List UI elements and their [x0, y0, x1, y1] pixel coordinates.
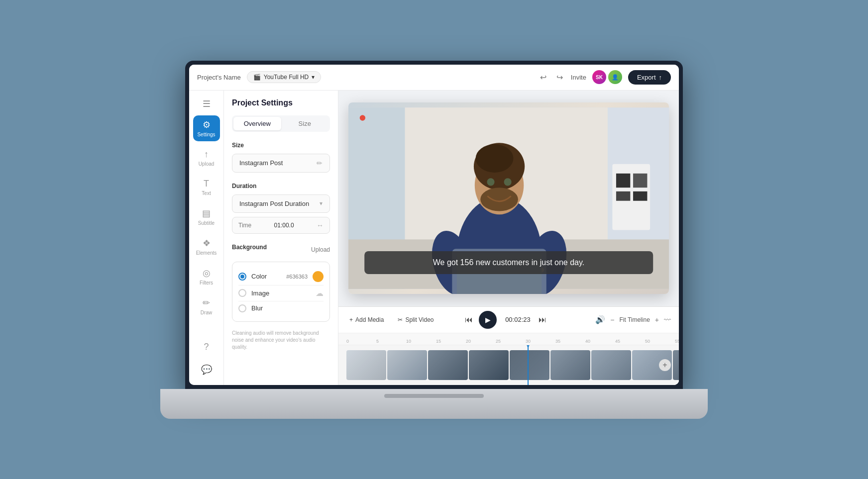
add-media-button[interactable]: + Add Media	[346, 314, 387, 325]
thumbnail-1[interactable]	[346, 350, 386, 380]
sidebar-item-upload[interactable]: ↑ Upload	[193, 145, 220, 171]
color-label: Color	[251, 273, 281, 280]
radio-image[interactable]	[238, 289, 246, 297]
duration-section-label: Duration	[232, 183, 330, 190]
scissors-icon: ✂	[398, 316, 403, 323]
elements-icon: ❖	[203, 238, 211, 249]
upload-icon: ↑	[204, 149, 209, 160]
plus-icon[interactable]: +	[655, 316, 659, 324]
svg-rect-21	[616, 192, 630, 201]
thumbnail-2[interactable]	[387, 350, 427, 380]
main-content: We got 156 new customers in just one day…	[338, 91, 679, 385]
background-section-label: Background	[232, 244, 267, 251]
timeline-area: + Add Media ✂ Split Video ⏮ ▶ 00:02:23	[338, 306, 679, 385]
timeline-right: 🔊 − Fit Timeline + 〰	[595, 315, 671, 324]
thumbnail-9[interactable]	[673, 350, 679, 380]
duration-dropdown[interactable]: Instagram Post Duration ▾	[232, 194, 330, 213]
settings-panel: Project Settings Overview Size Size Inst…	[224, 91, 338, 385]
laptop-base	[160, 389, 708, 419]
avatar-initials: SK	[592, 70, 606, 84]
thumbnail-4[interactable]	[469, 350, 509, 380]
ruler-mark-35: 35	[555, 339, 560, 344]
edit-size-icon[interactable]: ✏	[317, 159, 323, 167]
size-value: Instagram Post	[239, 159, 283, 167]
sidebar-label-subtitle: Subtitle	[198, 220, 215, 226]
tab-size[interactable]: Size	[281, 117, 329, 130]
format-badge[interactable]: 🎬 YouTube Full HD ▾	[247, 71, 322, 83]
sidebar-item-text[interactable]: T Text	[193, 175, 220, 200]
blur-label: Blur	[251, 304, 324, 312]
svg-rect-20	[633, 174, 647, 188]
size-section-label: Size	[232, 142, 330, 149]
sidebar-item-draw[interactable]: ✏ Draw	[193, 293, 220, 319]
caption-bar: We got 156 new customers in just one day…	[364, 251, 653, 274]
canvas-area: We got 156 new customers in just one day…	[338, 91, 679, 306]
filters-icon: ◎	[203, 268, 211, 279]
add-media-label: Add Media	[355, 316, 384, 323]
split-video-button[interactable]: ✂ Split Video	[395, 314, 436, 325]
background-header: Background Upload	[232, 244, 330, 256]
sidebar-item-chat[interactable]: 💬	[193, 360, 220, 379]
time-row[interactable]: Time 01:00.0 ↔	[232, 217, 330, 234]
add-icon: +	[349, 316, 353, 323]
sidebar-label-elements: Elements	[196, 250, 217, 256]
panel-title: Project Settings	[232, 98, 330, 107]
export-label: Export	[637, 74, 656, 81]
upload-link[interactable]: Upload	[311, 246, 330, 253]
text-icon: T	[204, 179, 209, 189]
sidebar-item-subtitle[interactable]: ▤ Subtitle	[193, 204, 220, 230]
svg-point-12	[504, 178, 512, 186]
format-dropdown-icon: ▾	[312, 74, 315, 81]
thumbnail-5[interactable]	[510, 350, 549, 380]
bg-option-color[interactable]: Color #636363	[238, 268, 324, 285]
invite-button[interactable]: Invite	[571, 74, 586, 81]
radio-blur[interactable]	[238, 304, 246, 312]
thumbnail-3[interactable]	[428, 350, 468, 380]
project-name: Project's Name	[197, 74, 241, 81]
hamburger-icon[interactable]: ☰	[201, 96, 213, 111]
sidebar-item-elements[interactable]: ❖ Elements	[193, 234, 220, 260]
skip-forward-button[interactable]: ⏭	[539, 315, 546, 324]
svg-rect-19	[616, 174, 630, 188]
sidebar-bottom: ? 💬	[193, 338, 220, 379]
thumbnail-7[interactable]	[591, 350, 631, 380]
undo-button[interactable]: ↩	[538, 71, 548, 84]
thumbnail-6[interactable]	[550, 350, 590, 380]
sidebar-label-text: Text	[202, 191, 211, 196]
duration-dropdown-arrow: ▾	[320, 200, 323, 207]
color-swatch[interactable]	[313, 271, 324, 282]
bg-option-blur[interactable]: Blur	[238, 301, 324, 315]
time-value: 01:00.0	[274, 222, 294, 229]
waveform-icon: 〰	[664, 316, 671, 324]
add-track-button[interactable]: +	[659, 359, 671, 371]
time-display: 00:02:23	[503, 316, 533, 323]
ruler-mark-0: 0	[346, 339, 349, 344]
redo-button[interactable]: ↪	[554, 71, 565, 84]
export-button[interactable]: Export ↑	[628, 70, 671, 85]
timeline-toolbar: + Add Media ✂ Split Video ⏮ ▶ 00:02:23	[338, 307, 679, 333]
sidebar-item-help[interactable]: ?	[193, 338, 220, 356]
tab-overview[interactable]: Overview	[233, 117, 281, 130]
fit-timeline-button[interactable]: Fit Timeline	[619, 316, 650, 323]
ruler-mark-50: 50	[645, 339, 650, 344]
sidebar-item-settings[interactable]: ⚙ Settings	[193, 115, 220, 141]
skip-back-button[interactable]: ⏮	[465, 315, 473, 324]
volume-icon[interactable]: 🔊	[595, 315, 605, 324]
audio-note: Cleaning audio will remove background no…	[232, 330, 330, 351]
video-background: We got 156 new customers in just one day…	[348, 102, 669, 294]
time-expand-icon[interactable]: ↔	[317, 221, 324, 229]
svg-point-4	[360, 115, 365, 120]
fit-timeline-label: Fit Timeline	[619, 316, 650, 323]
size-input-row[interactable]: Instagram Post ✏	[232, 154, 330, 173]
sidebar-item-filters[interactable]: ◎ Filters	[193, 264, 220, 289]
radio-color[interactable]	[238, 273, 246, 281]
ruler-mark-40: 40	[585, 339, 590, 344]
draw-icon: ✏	[203, 297, 210, 308]
timeline-ruler: 0 5 10 15 20 25 30 35 40 45 50	[338, 333, 679, 345]
play-button[interactable]: ▶	[479, 311, 497, 329]
background-options: Color #636363 Image ☁ Blur	[232, 262, 330, 322]
bg-option-image[interactable]: Image ☁	[238, 285, 324, 301]
color-value: #636363	[286, 274, 308, 280]
ruler-mark-25: 25	[496, 339, 501, 344]
minus-icon[interactable]: −	[610, 316, 614, 324]
